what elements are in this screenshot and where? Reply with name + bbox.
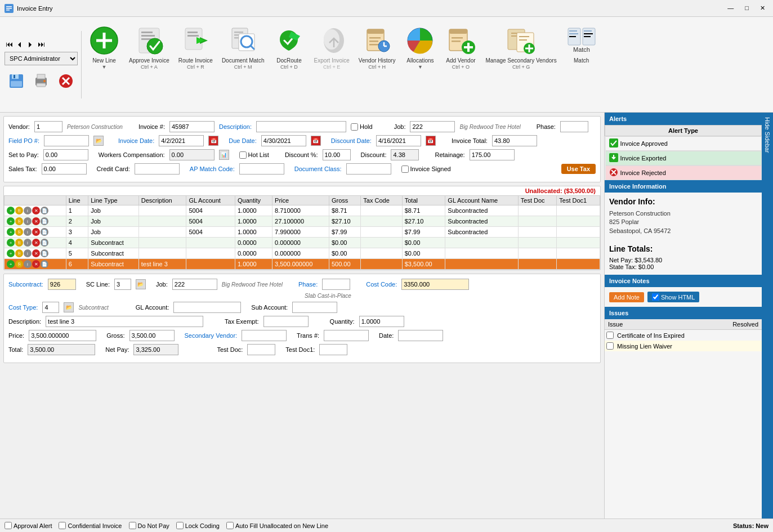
save-button[interactable]	[5, 70, 28, 92]
table-row[interactable]: + ⎘ i ✕ 📄 6 Subcontract test line 3 1.00…	[5, 259, 600, 270]
detail-desc-input[interactable]	[46, 316, 203, 327]
nav-last-btn[interactable]: ⏭	[37, 39, 46, 50]
invoice-date-cal-btn[interactable]: 📅	[208, 136, 218, 146]
subcontract-input[interactable]	[48, 279, 76, 290]
workers-comp-btn[interactable]: 📊	[219, 150, 229, 160]
delete-row-icon[interactable]: ✕	[32, 217, 40, 225]
secondary-vendor-input[interactable]	[242, 330, 287, 341]
workers-comp-input[interactable]	[169, 149, 215, 160]
cost-type-browse-btn[interactable]: 📂	[64, 302, 74, 312]
copy-row-icon[interactable]: ⎘	[15, 207, 23, 214]
description-input[interactable]	[256, 121, 346, 132]
sc-line-browse-btn[interactable]: 📂	[136, 279, 146, 289]
discount-input[interactable]	[391, 149, 419, 160]
table-row[interactable]: + ⎘ i ✕ 📄 1 Job 5004 1.0000 8.710000 $8.…	[5, 205, 600, 216]
table-row[interactable]: + ⎘ i ✕ 📄 3 Job 5004 1.0000 7.990000 $7.…	[5, 227, 600, 238]
invoice-num-input[interactable]	[169, 121, 215, 132]
export-invoice-button[interactable]: Export Invoice Ctrl + E	[310, 23, 352, 107]
delete-row-icon[interactable]: ✕	[32, 239, 40, 247]
job-input[interactable]	[410, 121, 455, 132]
add-row-icon[interactable]: +	[7, 207, 15, 214]
sub-row-icon[interactable]: 📄	[41, 228, 48, 236]
sub-row-icon[interactable]: 📄	[41, 217, 48, 225]
auto-fill-checkbox[interactable]	[226, 522, 234, 529]
lock-coding-checkbox[interactable]	[176, 522, 184, 529]
show-html-button[interactable]: Show HTML	[647, 292, 700, 302]
quantity-input[interactable]	[359, 316, 404, 327]
approve-invoice-button[interactable]: Approve Invoice Ctrl + A	[126, 23, 173, 107]
do-not-pay-checkbox[interactable]	[129, 522, 136, 529]
add-row-icon[interactable]: +	[7, 260, 15, 268]
lock-coding-check[interactable]: Lock Coding	[176, 522, 220, 529]
issue-1-checkbox[interactable]	[606, 332, 614, 339]
copy-row-icon[interactable]: ⎘	[15, 239, 23, 247]
discount-date-label[interactable]: Discount Date:	[331, 137, 372, 144]
add-note-button[interactable]: Add Note	[609, 292, 644, 302]
info-row-icon[interactable]: i	[24, 260, 32, 268]
cost-type-input[interactable]	[42, 302, 59, 313]
route-invoice-button[interactable]: Route Invoice Ctrl + R	[175, 23, 216, 107]
nav-first-btn[interactable]: ⏮	[5, 39, 14, 50]
discount-date-input[interactable]	[376, 135, 421, 146]
hold-checkbox[interactable]	[351, 123, 358, 131]
nav-prev-btn[interactable]: ⏴	[15, 39, 25, 50]
info-row-icon[interactable]: i	[24, 228, 32, 236]
total-input[interactable]	[28, 344, 95, 355]
secondary-vendor-label[interactable]: Secondary Vendor:	[185, 332, 238, 339]
nav-next-btn[interactable]: ⏵	[26, 39, 35, 50]
hot-list-label[interactable]: Hot List	[239, 151, 269, 159]
sub-row-icon[interactable]: 📄	[41, 249, 48, 257]
manage-secondary-button[interactable]: Manage Secondary Vendors Ctrl + G	[482, 23, 560, 107]
invoice-signed-label[interactable]: Invoice Signed	[401, 166, 451, 173]
sales-tax-input[interactable]	[42, 163, 87, 175]
cost-code-label[interactable]: Cost Code:	[366, 281, 397, 288]
invoice-date-label[interactable]: Invoice Date:	[118, 137, 154, 144]
doc-class-label[interactable]: Document Class:	[294, 166, 342, 172]
set-to-pay-input[interactable]	[43, 149, 88, 160]
confidential-check[interactable]: Confidential Invoice	[59, 522, 122, 529]
invoice-signed-checkbox[interactable]	[401, 166, 409, 173]
copy-row-icon[interactable]: ⎘	[15, 249, 23, 257]
approval-alert-checkbox[interactable]	[5, 522, 12, 529]
hot-list-checkbox[interactable]	[239, 151, 247, 159]
price-input[interactable]	[29, 330, 96, 341]
new-line-button[interactable]: New Line ▼	[85, 23, 123, 107]
phase-input[interactable]	[560, 121, 588, 132]
info-row-icon[interactable]: i	[24, 217, 32, 225]
tax-exempt-input[interactable]	[263, 316, 309, 327]
add-row-icon[interactable]: +	[7, 228, 15, 236]
credit-card-input[interactable]	[135, 163, 180, 175]
add-vendor-button[interactable]: Add Vendor Ctrl + O	[441, 23, 480, 107]
copy-row-icon[interactable]: ⎘	[15, 228, 23, 236]
detail-job-input[interactable]	[172, 279, 217, 290]
close-btn[interactable]: ✕	[757, 3, 768, 13]
field-po-input[interactable]	[44, 135, 89, 146]
delete-row-icon[interactable]: ✕	[32, 228, 40, 236]
auto-fill-check[interactable]: Auto Fill Unallocated on New Line	[226, 522, 328, 529]
field-po-browse-btn[interactable]: 📂	[93, 136, 104, 146]
description-label[interactable]: Description:	[219, 123, 252, 130]
copy-row-icon[interactable]: ⎘	[15, 260, 23, 268]
discount-date-cal-btn[interactable]: 📅	[426, 136, 436, 146]
do-not-pay-check[interactable]: Do Not Pay	[129, 522, 169, 529]
docroute-button[interactable]: DocRoute Ctrl + D	[270, 23, 308, 107]
sc-line-input[interactable]	[114, 279, 131, 290]
due-date-cal-btn[interactable]: 📅	[311, 136, 321, 146]
due-date-label[interactable]: Due Date:	[229, 137, 257, 144]
doc-class-input[interactable]	[346, 163, 391, 175]
detail-phase-label[interactable]: Phase:	[298, 281, 318, 288]
cost-type-label[interactable]: Cost Type:	[8, 304, 38, 311]
allocations-button[interactable]: Allocations ▼	[401, 23, 439, 107]
vendor-history-button[interactable]: Vendor History Ctrl + H	[355, 23, 399, 107]
vendor-input[interactable]	[34, 121, 62, 132]
sub-row-icon[interactable]: 📄	[41, 207, 48, 214]
gross-input[interactable]	[129, 330, 175, 341]
add-row-icon[interactable]: +	[7, 249, 15, 257]
document-match-button[interactable]: Document Match Ctrl + M	[218, 23, 268, 107]
table-row[interactable]: + ⎘ i ✕ 📄 4 Subcontract 0.0000 0.000000 …	[5, 238, 600, 248]
use-tax-button[interactable]: Use Tax	[561, 164, 596, 174]
ap-match-input[interactable]	[239, 163, 284, 175]
discount-pct-input[interactable]	[323, 149, 351, 160]
table-row[interactable]: + ⎘ i ✕ 📄 5 Subcontract 0.0000 0.000000 …	[5, 248, 600, 259]
test-doc1-input[interactable]	[319, 344, 347, 355]
